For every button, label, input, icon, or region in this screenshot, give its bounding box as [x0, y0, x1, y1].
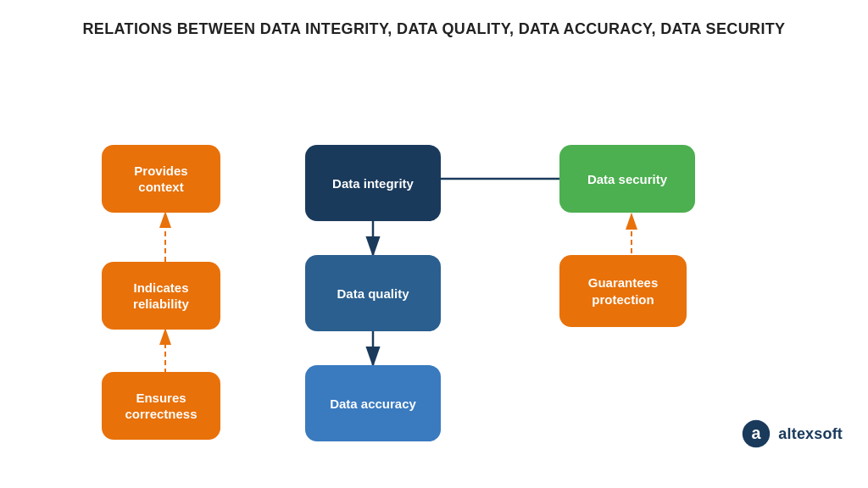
data-integrity-box: Data integrity: [305, 145, 441, 221]
data-quality-box: Data quality: [305, 255, 441, 331]
altexsoft-logo-icon: a: [741, 419, 771, 449]
data-security-box: Data security: [559, 145, 695, 213]
svg-text:a: a: [752, 424, 762, 443]
data-accuracy-box: Data accuracy: [305, 365, 441, 441]
indicates-reliability-box: Indicates reliability: [102, 262, 220, 330]
ensures-correctness-box: Ensures correctness: [102, 372, 220, 440]
provides-context-box: Provides context: [102, 145, 220, 213]
logo: a altexsoft: [741, 419, 843, 449]
logo-text: altexsoft: [778, 425, 843, 443]
title: RELATIONS BETWEEN DATA INTEGRITY, DATA Q…: [0, 0, 868, 47]
guarantees-protection-box: Guarantees protection: [559, 255, 687, 327]
